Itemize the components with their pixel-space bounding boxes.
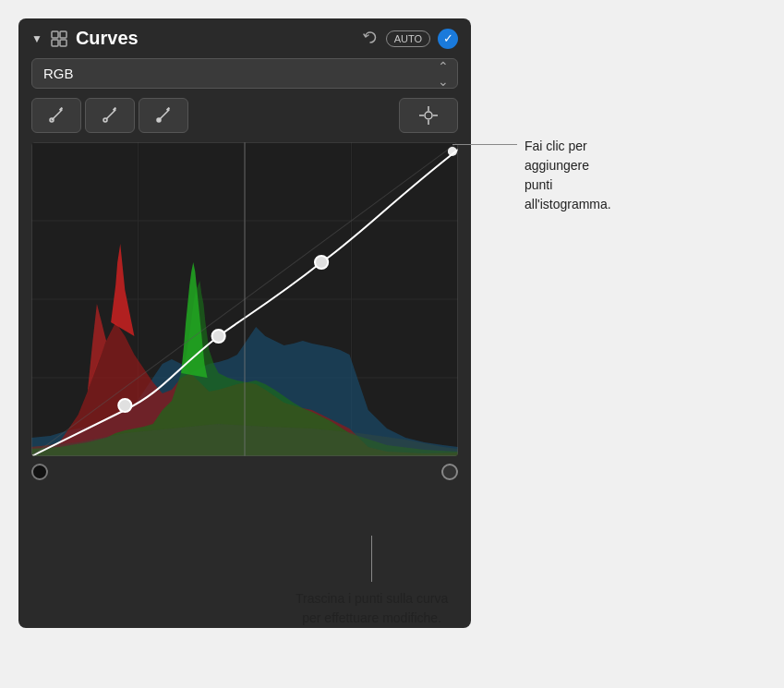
black-eyedropper-button[interactable] [31,98,81,133]
callout-bottom-text: Trascina i punti sulla curva per effettu… [296,589,448,628]
channel-selector[interactable]: RGB Red Green Blue Luminance [31,58,458,89]
tools-row [18,98,471,142]
svg-point-25 [212,330,225,343]
svg-rect-3 [60,40,66,46]
auto-button[interactable]: AUTO [386,30,430,47]
undo-button[interactable] [362,30,379,47]
panel-title: Curves [76,28,355,49]
grid-icon [50,30,68,48]
svg-point-6 [103,118,107,122]
white-point-control[interactable] [441,464,458,480]
svg-point-24 [118,399,131,412]
collapse-arrow-icon[interactable]: ▼ [31,32,42,45]
channel-selector-row: RGB Red Green Blue Luminance ⌃⌄ [18,58,471,98]
channel-selector-container: RGB Red Green Blue Luminance ⌃⌄ [31,58,458,89]
white-eyedropper-button[interactable] [139,98,188,133]
panel-header: ▼ Curves AUTO ✓ [18,18,471,58]
add-point-button[interactable] [399,98,458,133]
svg-rect-0 [52,31,58,38]
svg-point-26 [315,256,328,269]
black-point-control[interactable] [31,464,48,480]
histogram-area[interactable] [31,142,458,456]
svg-rect-2 [52,40,58,46]
bottom-controls [18,456,471,488]
svg-point-10 [425,112,432,119]
svg-rect-1 [60,31,66,38]
confirm-button[interactable]: ✓ [438,29,458,49]
svg-point-8 [157,118,161,122]
callout-top-text: Fai clic per aggiungere punti all'istogr… [525,137,611,214]
mid-eyedropper-button[interactable] [85,98,135,133]
